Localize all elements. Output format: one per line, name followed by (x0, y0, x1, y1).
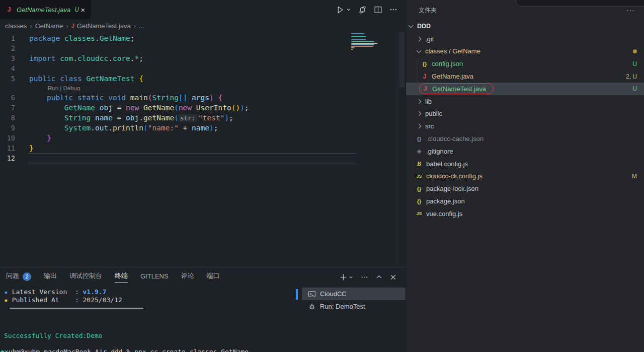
code-token: new (126, 104, 139, 112)
code-line[interactable]: 3import com.cloudcc.core.*; (0, 53, 406, 63)
js-file-icon: JS (415, 211, 423, 216)
tree-item-cloudcc-cache-json[interactable]: {}.cloudcc-cache.json (406, 132, 644, 145)
sidebar-title: 文件夹 (419, 6, 437, 15)
tree-item-label: cloudcc-cli.config.js (426, 172, 482, 180)
sidebar-more-actions[interactable]: ··· (626, 6, 635, 14)
panel-tab-item[interactable]: 端口 (207, 271, 220, 283)
code-line[interactable]: 6 public static void main(String[] args)… (0, 93, 406, 103)
more-actions-button[interactable] (389, 6, 397, 14)
tree-item-git[interactable]: .git (406, 33, 644, 45)
panel-tab-label: 问题 (6, 271, 19, 283)
breadcrumb-item-item[interactable]: ... (139, 22, 144, 30)
panel-tab-item[interactable]: 输出 (44, 271, 57, 283)
panel-tab-label: 端口 (207, 271, 220, 283)
tree-item-gitignore[interactable]: ◈.gitignore (406, 145, 644, 158)
code-token: . (139, 114, 143, 122)
tree-item-getnametest-java[interactable]: JGetNameTest.javaU (406, 83, 644, 95)
panel-tab-item[interactable]: 评论 (181, 271, 194, 283)
breadcrumb[interactable]: classes›GetName›JGetNameTest.java›... (0, 19, 406, 32)
bottom-panel: 问题2输出调试控制台终端GITLENS评论端口 (0, 267, 406, 352)
code-token: . (108, 124, 113, 132)
breadcrumb-label: classes (5, 22, 27, 30)
panel-tab-item[interactable]: 调试控制台 (69, 271, 102, 283)
code-text: } (29, 133, 51, 143)
tree-item-babel-config-js[interactable]: Bbabel.config.js (406, 158, 644, 170)
code-token: String (152, 94, 178, 102)
line-number: 6 (0, 93, 15, 103)
terminal-session-run-demotest[interactable]: Run: DemoTest (302, 300, 406, 313)
panel-tab-item[interactable]: 问题2 (6, 271, 31, 283)
codelens-run-debug[interactable]: Run | Debug (0, 84, 406, 93)
minimap-line (351, 49, 353, 50)
code-line[interactable]: 4 (0, 63, 406, 74)
terminal-text: ● (1, 348, 5, 352)
chevron-down-icon (417, 48, 422, 53)
panel-more-button[interactable] (361, 273, 368, 281)
active-terminal-indicator (296, 289, 298, 300)
code-token: classes (64, 34, 95, 42)
panel-tab-item[interactable]: 终端 (115, 271, 128, 283)
editor-scrollbar[interactable] (397, 32, 406, 267)
code-text: public static void main(String[] args) { (29, 93, 222, 103)
git-status-badge: M (632, 173, 637, 180)
split-editor-button[interactable] (374, 6, 382, 14)
terminal-panel: ★ Latest Version : v1.9.7★ Published At … (0, 287, 406, 352)
terminal-text: ★ (4, 296, 8, 304)
breadcrumb-item-getnametest-java[interactable]: JGetNameTest.java (71, 22, 131, 30)
code-line[interactable]: 11} (0, 143, 406, 153)
code-token: cloudcc (77, 54, 108, 62)
editor-tab-bar: J GetNameTest.java U × (0, 0, 406, 19)
close-panel-button[interactable] (390, 274, 396, 280)
code-token (29, 124, 64, 132)
code-token: com (60, 54, 73, 62)
tree-item-classes-getname[interactable]: classes / GetName (406, 45, 644, 58)
tree-item-label: config.json (432, 60, 463, 67)
code-line[interactable]: 7 GetName obj = new GetName(new UserInfo… (0, 103, 406, 113)
code-line[interactable]: 10 } (0, 133, 406, 143)
tree-item-package-json[interactable]: {}package.json (406, 195, 644, 207)
code-editor[interactable]: 1package classes.GetName;23import com.cl… (0, 32, 406, 267)
panel-header: 问题2输出调试控制台终端GITLENS评论端口 (0, 267, 406, 287)
tree-item-config-json[interactable]: {}config.jsonU (406, 57, 644, 70)
close-icon[interactable]: × (80, 6, 85, 14)
code-line[interactable]: 5public class GetNameTest { (0, 74, 406, 84)
maximize-panel-button[interactable] (376, 274, 382, 280)
code-area[interactable]: 1package classes.GetName;23import com.cl… (0, 32, 406, 163)
code-token: GetName (64, 104, 95, 112)
terminal-text: ★ (4, 288, 8, 296)
terminal-output[interactable]: ★ Latest Version : v1.9.7★ Published At … (0, 288, 298, 352)
tree-item-vue-config-js[interactable]: JSvue.config.js (406, 207, 644, 220)
tree-item-public[interactable]: public (406, 108, 644, 120)
code-token: ( (143, 124, 148, 132)
breadcrumb-item-getname[interactable]: GetName (35, 22, 63, 30)
run-button[interactable] (336, 6, 351, 14)
code-line[interactable]: 9 System.out.println("name:" + name); (0, 123, 406, 133)
tree-item-cloudcc-cli-config-js[interactable]: JScloudcc-cli.config.jsM (406, 170, 644, 183)
breadcrumb-item-classes[interactable]: classes (5, 22, 27, 30)
code-token: . (130, 54, 135, 62)
tree-item-package-lock-json[interactable]: {}package-lock.json (406, 182, 644, 195)
code-token: GetName (143, 104, 174, 112)
tab-getnametest-java[interactable]: J GetNameTest.java U × (0, 0, 91, 19)
new-terminal-button[interactable] (340, 273, 353, 281)
tree-item-ddd[interactable]: DDD (406, 20, 644, 33)
code-line[interactable]: 1package classes.GetName; (0, 33, 406, 43)
code-text: System.out.println("name:" + name); (29, 123, 218, 133)
panel-tab-gitlens[interactable]: GITLENS (140, 272, 169, 282)
tree-item-lib[interactable]: lib (406, 95, 644, 108)
code-line[interactable]: 2 (0, 43, 406, 53)
terminal-session-cloudcc[interactable]: CloudCC (302, 288, 406, 300)
compare-changes-button[interactable] (358, 6, 367, 14)
minimap-line (351, 38, 352, 39)
code-token: () (231, 104, 240, 112)
scrollbar-thumb[interactable] (399, 32, 405, 88)
code-line[interactable]: 8 String name = obj.getName(str:"test"); (0, 113, 406, 123)
panel-tab-label: 输出 (44, 271, 57, 283)
minimap[interactable] (351, 32, 383, 50)
tree-item-getname-java[interactable]: JGetName.java2, U (406, 70, 644, 83)
tree-item-src[interactable]: src (406, 120, 644, 132)
git-untracked-letter: U (74, 6, 79, 13)
chevron-right-icon (417, 124, 422, 129)
ellipsis-icon (361, 273, 368, 281)
code-token: . (91, 124, 95, 132)
